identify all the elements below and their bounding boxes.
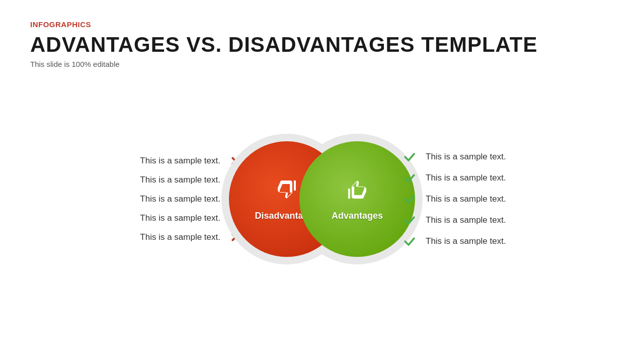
- list-item: This is a sample text.: [403, 213, 614, 227]
- thumbs-up-icon: [345, 177, 369, 207]
- dis-text-1: This is a sample text.: [140, 156, 220, 166]
- advantages-label: Advantages: [332, 211, 383, 221]
- list-item: This is a sample text.: [403, 192, 614, 206]
- check-icon-2: [403, 171, 417, 185]
- list-item: This is a sample text.: [403, 171, 614, 185]
- list-item: This is a sample text.: [30, 174, 242, 186]
- advantages-list: This is a sample text. This is a sample …: [403, 83, 614, 315]
- check-icon-1: [403, 150, 417, 164]
- dis-text-3: This is a sample text.: [140, 194, 220, 204]
- list-item: This is a sample text.: [30, 155, 242, 167]
- disadvantages-list: This is a sample text. This is a sample …: [30, 83, 242, 315]
- list-item: This is a sample text.: [30, 193, 242, 205]
- adv-text-3: This is a sample text.: [426, 194, 506, 204]
- list-item: This is a sample text.: [30, 231, 242, 243]
- list-item: This is a sample text.: [403, 150, 614, 164]
- adv-text-5: This is a sample text.: [426, 236, 506, 246]
- content-area: This is a sample text. This is a sample …: [30, 83, 614, 315]
- advantages-circle: Advantages: [299, 141, 415, 257]
- header: Infographics ADVANTAGES VS. DISADVANTAGE…: [30, 20, 614, 68]
- dis-text-4: This is a sample text.: [140, 213, 220, 223]
- list-item: This is a sample text.: [30, 212, 242, 224]
- category-label: Infographics: [30, 20, 614, 29]
- list-item: This is a sample text.: [403, 234, 614, 248]
- thumbs-down-icon: [275, 177, 299, 207]
- check-icon-4: [403, 213, 417, 227]
- subtitle: This slide is 100% editable: [30, 60, 614, 68]
- venn-diagram: Disadvantages Advantages: [216, 129, 428, 269]
- check-icon-3: [403, 192, 417, 206]
- adv-text-4: This is a sample text.: [426, 215, 506, 225]
- venn-outer: Disadvantages Advantages: [221, 134, 423, 264]
- page: Infographics ADVANTAGES VS. DISADVANTAGE…: [0, 0, 644, 362]
- adv-text-1: This is a sample text.: [426, 152, 506, 162]
- main-title: ADVANTAGES VS. DISADVANTAGES TEMPLATE: [30, 33, 614, 57]
- check-icon-5: [403, 234, 417, 248]
- adv-text-2: This is a sample text.: [426, 173, 506, 183]
- dis-text-5: This is a sample text.: [140, 232, 220, 242]
- dis-text-2: This is a sample text.: [140, 175, 220, 185]
